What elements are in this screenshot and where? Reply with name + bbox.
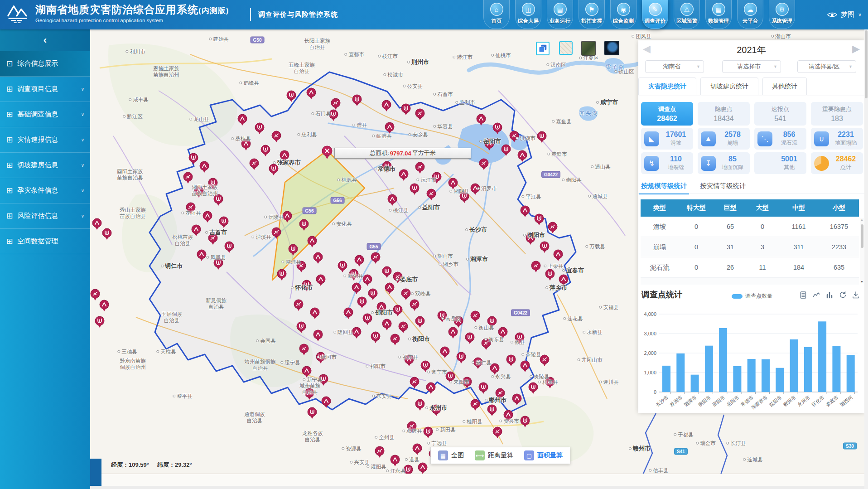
map-pin[interactable] <box>418 463 427 474</box>
chart-bar[interactable] <box>762 359 770 392</box>
table-col-header: 类型 <box>641 199 679 217</box>
map-pin[interactable] <box>415 399 424 411</box>
display-icon: ⊡ <box>6 59 13 68</box>
city-select[interactable]: 请选择市▼ <box>722 60 781 73</box>
sidebar-item-2[interactable]: ⊞调查项目信息∨ <box>0 77 90 102</box>
distance-measure-button[interactable]: ⟷距离量算 <box>475 450 513 460</box>
nav-item-home[interactable]: ⌂首页 <box>483 0 510 29</box>
nav-item-monitor[interactable]: ◉综合监测 <box>610 0 637 29</box>
table-cell: 3 <box>747 237 778 257</box>
chart-bar[interactable] <box>847 355 855 392</box>
map-pin[interactable] <box>375 446 384 458</box>
scrollbar-thumb[interactable] <box>861 224 863 248</box>
chart-bar[interactable] <box>790 339 798 392</box>
sidebar-item-5[interactable]: ⊞切坡建房信息∨ <box>0 153 90 178</box>
map-pin[interactable] <box>545 377 555 388</box>
sidebar-item-7[interactable]: ⊞风险评估信息∨ <box>0 203 90 229</box>
hazard-card-total[interactable]: 28462总计 <box>811 152 863 174</box>
chart-bar[interactable] <box>719 328 727 392</box>
sidebar-item-1[interactable]: ⊡综合信息展示 <box>0 51 90 77</box>
sidebar-item-8[interactable]: ⊞空间数据管理 <box>0 229 90 254</box>
nav-item-command[interactable]: ⚑指挥支撑 <box>579 0 605 29</box>
survey-icon: ✎ <box>649 3 662 16</box>
map-pin[interactable] <box>391 455 400 466</box>
chart-bar[interactable] <box>747 359 756 392</box>
chart-bar[interactable] <box>662 366 670 392</box>
nav-item-cloud[interactable]: ☁云平台 <box>737 0 763 29</box>
hazard-card-debris[interactable]: ⋱856泥石流 <box>754 128 806 150</box>
year-next-button[interactable]: ▶ <box>852 43 860 55</box>
tab-1[interactable]: 灾害隐患统计 <box>638 77 696 95</box>
table-scrollbar[interactable]: ▲ ▼ <box>860 218 864 283</box>
survey-chart-canvas[interactable]: 01,0002,0003,0004,000长沙市株洲市湘潭市衡阳市邵阳市岳阳市常… <box>638 286 864 413</box>
map-pin[interactable] <box>471 399 480 411</box>
map-pin[interactable] <box>424 427 433 438</box>
nav-item-data[interactable]: ▦数据管理 <box>705 0 732 29</box>
table-cell: 崩塌 <box>641 237 679 257</box>
hazard-card-other[interactable]: 5001其他 <box>754 152 806 174</box>
user-menu[interactable]: 梦图 ∨ <box>827 0 862 29</box>
map-pin[interactable] <box>92 218 101 230</box>
map-pin[interactable] <box>100 300 109 311</box>
sidebar-item-3[interactable]: ⊞基础调查信息∨ <box>0 102 90 127</box>
sidebar-collapse-button[interactable]: ‹ <box>0 29 90 51</box>
chart-bar[interactable] <box>676 353 685 392</box>
map-pin[interactable] <box>487 405 497 416</box>
layer-switch-button[interactable] <box>536 42 550 55</box>
map-pin[interactable] <box>504 410 513 421</box>
map-pin[interactable] <box>537 131 546 143</box>
map-pin[interactable] <box>432 405 441 416</box>
statistics-panel: ◀ 2021年 ▶ 湖南省▼请选择市▼请选择县/区▼ 灾害隐患统计切坡建房统计其… <box>638 40 864 413</box>
satellite-basemap-button[interactable] <box>581 41 596 56</box>
hazard-value: 110 <box>662 155 690 163</box>
street-basemap-button[interactable] <box>559 41 573 55</box>
province-select[interactable]: 湖南省▼ <box>645 60 704 73</box>
sidebar-item-6[interactable]: ⊞孕灾条件信息∨ <box>0 178 90 203</box>
map-pin[interactable] <box>529 382 538 394</box>
nav-item-screen[interactable]: ◫综合大屏 <box>515 0 541 29</box>
stat-card-4[interactable]: 重要隐患点183 <box>811 102 863 126</box>
page-scrollbar[interactable] <box>864 29 868 489</box>
full-measure-button[interactable]: ▦全图 <box>438 450 464 460</box>
map-pin[interactable] <box>540 355 549 366</box>
nav-item-system[interactable]: ⚙系统管理 <box>769 0 795 29</box>
hazard-card-landslide[interactable]: ◣17601滑坡 <box>641 128 693 150</box>
chart-bar[interactable] <box>832 346 840 392</box>
page-scrollbar-thumb[interactable] <box>865 30 868 98</box>
scroll-down-icon[interactable]: ▼ <box>860 280 864 283</box>
stat-card-2[interactable]: 隐患点18434 <box>698 102 750 126</box>
stat-card-3[interactable]: 速报点541 <box>754 102 806 126</box>
sub-tab-2[interactable]: 按灾情等级统计 <box>700 182 746 190</box>
map-pin[interactable] <box>308 407 317 419</box>
scroll-up-icon[interactable]: ▲ <box>860 218 864 221</box>
sub-tab-1[interactable]: 按规模等级统计 <box>641 182 687 190</box>
county-select[interactable]: 请选择县/区▼ <box>797 60 856 73</box>
chart-bar[interactable] <box>804 347 812 392</box>
nav-item-warning[interactable]: ⚠区域预警 <box>674 0 700 29</box>
chart-bar[interactable] <box>705 346 713 392</box>
nav-item-business[interactable]: ▤业务运行 <box>547 0 573 29</box>
hazard-card-subsidence[interactable]: ∪2231地面塌陷 <box>811 128 863 150</box>
nav-item-survey[interactable]: ✎调查评价 <box>642 0 668 29</box>
globe-basemap-button[interactable] <box>604 41 619 55</box>
chart-bar[interactable] <box>733 366 741 392</box>
tab-2[interactable]: 切坡建房统计 <box>700 77 758 95</box>
map-pin[interactable] <box>413 444 422 455</box>
hazard-card-collapse[interactable]: ▲2578崩塌 <box>698 128 750 150</box>
map-pin[interactable] <box>548 222 557 233</box>
map-pin[interactable] <box>91 289 100 300</box>
sidebar-item-4[interactable]: ⊞灾情速报信息∨ <box>0 127 90 153</box>
map-pin[interactable] <box>407 421 416 433</box>
hazard-card-settle[interactable]: ↧85地面沉降 <box>698 152 750 174</box>
select-value: 湖南省 <box>663 63 681 71</box>
area-measure-button[interactable]: ▢面积量算 <box>524 450 563 460</box>
hazard-card-crack[interactable]: ↯110地裂缝 <box>641 152 693 174</box>
chart-bar[interactable] <box>691 375 699 392</box>
stat-card-1[interactable]: 调查点28462 <box>641 102 693 126</box>
chart-bar[interactable] <box>818 321 826 392</box>
map-pin[interactable] <box>95 316 104 328</box>
chart-bar[interactable] <box>776 368 784 392</box>
map-pin[interactable] <box>493 427 502 438</box>
map-pin[interactable] <box>102 228 111 240</box>
tab-3[interactable]: 其他统计 <box>762 77 807 95</box>
